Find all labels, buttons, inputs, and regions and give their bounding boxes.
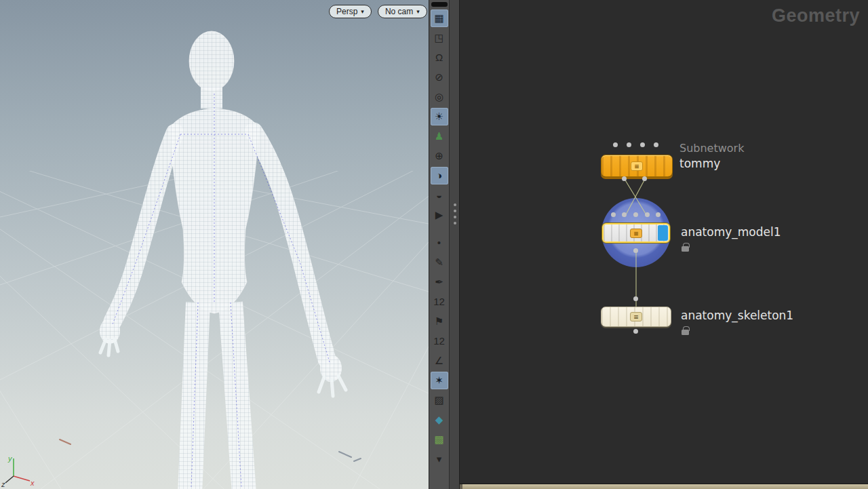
node-input-dot[interactable]: [627, 142, 631, 147]
display-characters-icon[interactable]: ♟: [431, 128, 448, 145]
material-preview-icon-glyph: ◒: [436, 187, 442, 204]
no-cam-menu-button[interactable]: No cam ▾: [378, 5, 427, 18]
ghost-other-objects-icon[interactable]: ◎: [431, 88, 448, 106]
view-tool-icon-glyph: ▦: [434, 9, 443, 27]
measure-angle-icon[interactable]: ∠: [431, 352, 448, 370]
lock-icon[interactable]: [682, 246, 689, 252]
node-output-dot[interactable]: [633, 248, 638, 253]
hide-other-objects-icon-glyph: ⊘: [435, 69, 443, 86]
handles-tool-icon[interactable]: ✶: [431, 372, 448, 389]
show-points-icon-glyph: •: [437, 234, 441, 252]
persp-menu-label: Persp: [336, 7, 357, 16]
eyedropper-icon-glyph: ✒: [435, 273, 443, 291]
shading-mode-icon[interactable]: ◑: [431, 167, 448, 184]
node-output-dot[interactable]: [633, 329, 638, 334]
node-name-label[interactable]: tommy: [679, 157, 720, 170]
node-output-dot[interactable]: [642, 176, 647, 181]
view-tool-icon[interactable]: ▦: [431, 9, 448, 27]
material-preview-icon[interactable]: ◒: [431, 187, 448, 204]
stencil-mask-icon-glyph: ▨: [434, 391, 443, 409]
node-input-dot[interactable]: [633, 212, 638, 217]
node-tommy[interactable]: ≡: [601, 155, 673, 177]
hide-other-objects-icon[interactable]: ⊘: [431, 69, 448, 86]
show-points-icon[interactable]: •: [431, 234, 448, 252]
lock-icon[interactable]: [682, 330, 689, 335]
node-output-dot[interactable]: [622, 176, 627, 181]
display-lights-icon-glyph: ☀: [435, 108, 443, 125]
display-characters-icon-glyph: ♟: [435, 128, 443, 145]
wireframe-character: [81, 26, 387, 489]
orientation-gizmo-icon[interactable]: ⊕: [431, 147, 448, 165]
node-wires: [460, 0, 868, 489]
stencil-mask-icon[interactable]: ▨: [431, 391, 448, 409]
toolbar-overflow-icon[interactable]: ▾: [431, 450, 448, 468]
ghost-other-objects-icon-glyph: ◎: [435, 88, 443, 106]
houdini-window: Persp ▾ No cam ▾ y x z ▦◳Ω⊘◎☀♟⊕◑◒▶•✎✒12⚑…: [0, 0, 868, 489]
lock-view-icon[interactable]: Ω: [431, 49, 448, 66]
node-badge-icon: ≡: [630, 229, 642, 238]
node-name-label[interactable]: anatomy_model1: [681, 225, 781, 239]
node-name-label[interactable]: anatomy_skeleton1: [681, 309, 793, 322]
no-cam-menu-label: No cam: [385, 7, 413, 16]
render-region-icon-glyph: ▶: [435, 206, 443, 224]
toolbar-buttons: ▦◳Ω⊘◎☀♟⊕◑◒▶•✎✒12⚑12∠✶▨◆▩▾: [429, 9, 449, 468]
eyedropper-icon[interactable]: ✒: [431, 273, 448, 291]
export-view-icon-glyph: ◳: [434, 29, 443, 47]
frame-badge-icon[interactable]: 12: [431, 293, 448, 311]
axis-x-label: x: [30, 479, 35, 487]
network-editor[interactable]: Geometry ≡ Subnetwork tommy ≡: [460, 0, 868, 489]
node-type-label: Subnetwork: [679, 142, 744, 155]
subnetwork-badge-icon: ≡: [631, 161, 643, 171]
pane-splitter[interactable]: [449, 0, 460, 489]
snap-options-icon-glyph: ◆: [435, 411, 443, 429]
frame-badge-alt-icon-glyph: 12: [433, 332, 445, 350]
lock-view-icon-glyph: Ω: [435, 49, 443, 66]
brush-tool-icon-glyph: ✎: [435, 254, 443, 271]
flag-tool-icon-glyph: ⚑: [435, 313, 443, 330]
axis-gizmo: y x z: [1, 453, 37, 488]
handles-tool-icon-glyph: ✶: [435, 372, 443, 389]
display-lights-icon[interactable]: ☀: [431, 108, 448, 125]
node-input-dot[interactable]: [622, 212, 627, 217]
splitter-grip-icon: [454, 203, 456, 206]
node-anatomy-model1[interactable]: ≡: [602, 223, 670, 243]
node-input-dot[interactable]: [611, 212, 616, 217]
persp-menu-button[interactable]: Persp ▾: [329, 5, 372, 18]
node-badge-icon: ≡: [630, 312, 642, 321]
node-input-dot[interactable]: [613, 142, 618, 147]
3d-viewport[interactable]: Persp ▾ No cam ▾ y x z: [0, 0, 429, 489]
display-grid-icon[interactable]: ▩: [431, 431, 448, 448]
chevron-down-icon: ▾: [416, 8, 420, 15]
orientation-gizmo-icon-glyph: ⊕: [435, 147, 443, 165]
axis-y-label: y: [7, 454, 13, 463]
display-grid-icon-glyph: ▩: [434, 431, 443, 448]
toolbar-overflow-icon-glyph: ▾: [437, 450, 442, 468]
frame-badge-alt-icon[interactable]: 12: [431, 332, 448, 350]
node-anatomy-skeleton1[interactable]: ≡: [601, 307, 671, 327]
node-input-dot[interactable]: [654, 142, 658, 147]
export-view-icon[interactable]: ◳: [431, 29, 448, 47]
chevron-down-icon: ▾: [361, 8, 364, 15]
node-input-dot[interactable]: [633, 296, 638, 301]
node-input-dot[interactable]: [645, 212, 650, 217]
network-bottom-scrollbar[interactable]: [460, 484, 868, 489]
axis-z-label: z: [1, 480, 5, 488]
viewport-menus: Persp ▾ No cam ▾: [329, 5, 427, 18]
snap-options-icon[interactable]: ◆: [431, 411, 448, 429]
measure-angle-icon-glyph: ∠: [435, 352, 443, 370]
viewport-toolbar: ▦◳Ω⊘◎☀♟⊕◑◒▶•✎✒12⚑12∠✶▨◆▩▾: [429, 0, 449, 489]
node-input-dot[interactable]: [640, 142, 645, 147]
flag-tool-icon[interactable]: ⚑: [431, 313, 448, 330]
toolbar-scrollbar[interactable]: [431, 2, 448, 7]
frame-badge-icon-glyph: 12: [433, 293, 445, 311]
shading-mode-icon-glyph: ◑: [436, 167, 442, 184]
brush-tool-icon[interactable]: ✎: [431, 254, 448, 271]
render-region-icon[interactable]: ▶: [431, 206, 448, 224]
node-input-dot[interactable]: [656, 212, 660, 217]
